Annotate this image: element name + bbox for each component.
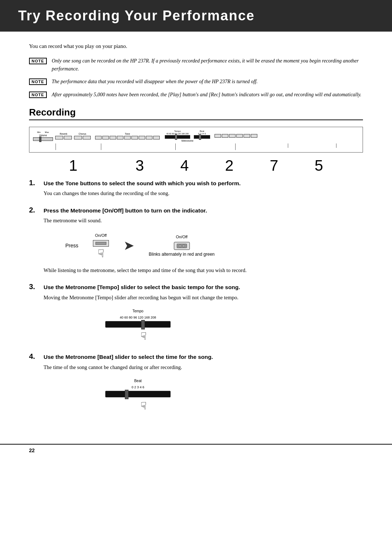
beat-slider-illustration: Beat 0 2 3 4 6 ☟ <box>102 378 174 414</box>
step-3-block: 3. Use the Metronome [Tempo] slider to s… <box>29 283 363 344</box>
step-3-title: Use the Metronome [Tempo] slider to sele… <box>44 283 240 291</box>
button-before: On/Off ☟ <box>93 232 109 259</box>
panel-chorus-group: Chorus <box>74 133 91 139</box>
page-title: Try Recording Your Performance <box>18 8 374 24</box>
step-3-num: 3. <box>29 283 40 291</box>
press-label: Press <box>65 242 78 250</box>
note-text-1: Only one song can be recorded on the HP … <box>52 57 363 73</box>
btn-rect-2 <box>174 242 190 250</box>
step-1-body: You can changes the tones during the rec… <box>44 189 363 198</box>
btn-rect-1 <box>93 240 109 247</box>
step-1-num: 1. <box>29 179 40 187</box>
note-text-2: The performance data that you recorded w… <box>52 78 258 86</box>
beat-slider-body <box>105 391 171 397</box>
step-2-extra: While listening to the metronome, select… <box>44 266 363 275</box>
panel-metronome-section: Tempo 40 60 80 96 120 168 208 Beat 0 2 3… <box>165 130 210 142</box>
step-indicator-2: 3 <box>135 157 144 174</box>
hand-icon-1: ☟ <box>98 248 104 259</box>
intro-text: You can record what you play on your pia… <box>29 42 363 50</box>
tempo-slider-illustration: Tempo 40 60 80 96 120 168 208 ☟ <box>102 308 174 344</box>
step-1-block: 1. Use the Tone buttons to select the so… <box>29 179 363 198</box>
panel-reverb-group: Reverb <box>55 133 72 139</box>
step-4-num: 4. <box>29 352 40 361</box>
step-4-block: 4. Use the Metronome [Beat] slider to se… <box>29 352 363 414</box>
beat-label: Beat <box>134 379 142 383</box>
beat-scale: 0 2 3 4 6 <box>131 385 144 390</box>
note-badge-1: NOTE <box>29 58 47 64</box>
tempo-label: Tempo <box>132 309 143 313</box>
page-header: Try Recording Your Performance <box>0 0 392 32</box>
note-text-3: After approximately 5,000 notes have bee… <box>52 91 362 99</box>
panel-controls-group <box>215 134 257 138</box>
panel-diagram: Min Max Volume Reverb Chorus <box>29 127 363 153</box>
notes-container: NOTE Only one song can be recorded on th… <box>29 57 363 99</box>
section-heading: Recording <box>29 107 363 120</box>
tempo-hand-icon: ☟ <box>140 328 147 345</box>
note-3: NOTE After approximately 5,000 notes hav… <box>29 91 363 99</box>
arrow-right-icon: ➤ <box>123 235 134 256</box>
blinks-text: Blinks alternately in red and green <box>149 251 215 258</box>
step-2-title: Press the Metronome [On/Off] button to t… <box>44 207 207 215</box>
step-2-body: The metronome will sound. <box>44 216 363 225</box>
panel-volume-group: Min Max Volume <box>33 131 53 141</box>
step-2-num: 2. <box>29 206 40 214</box>
tempo-slider-thumb <box>141 320 145 329</box>
step-indicator-3: 4 <box>180 157 189 174</box>
metronome-illustration: Press On/Off ☟ ➤ On/Off <box>65 232 363 259</box>
step-2-block: 2. Press the Metronome [On/Off] button t… <box>29 206 363 275</box>
panel-tone-section: Tone <box>95 133 160 139</box>
page-content: You can record what you play on your pia… <box>0 42 392 437</box>
tempo-slider-body <box>105 321 171 328</box>
beat-hand-icon: ☟ <box>140 398 147 414</box>
tempo-scale: 40 60 80 96 120 168 208 <box>120 315 156 320</box>
step-indicator-1: 1 <box>69 157 77 174</box>
onoff-label-1: On/Off <box>95 232 107 239</box>
step-indicator-4: 2 <box>225 157 233 174</box>
step-4-title: Use the Metronome [Beat] slider to selec… <box>44 353 213 361</box>
page-footer: 22 <box>0 444 392 456</box>
step-1-title: Use the Tone buttons to select the sound… <box>44 179 241 187</box>
step-4-body: The time of the song cannot be changed d… <box>44 363 363 372</box>
note-badge-3: NOTE <box>29 92 47 98</box>
page-number: 22 <box>29 447 35 453</box>
beat-slider-thumb <box>125 390 128 399</box>
step-indicator-5: 7 <box>270 157 278 174</box>
button-after: On/Off Blinks alternately in red and gre… <box>149 234 215 257</box>
note-badge-2: NOTE <box>29 78 47 85</box>
step-indicators: 1 3 4 2 7 5 <box>29 155 363 176</box>
note-1: NOTE Only one song can be recorded on th… <box>29 57 363 73</box>
note-2: NOTE The performance data that you recor… <box>29 78 363 86</box>
onoff-label-2: On/Off <box>176 234 187 240</box>
step-3-body: Moving the Metronome [Tempo] slider afte… <box>44 293 363 302</box>
step-indicator-6: 5 <box>315 157 323 174</box>
